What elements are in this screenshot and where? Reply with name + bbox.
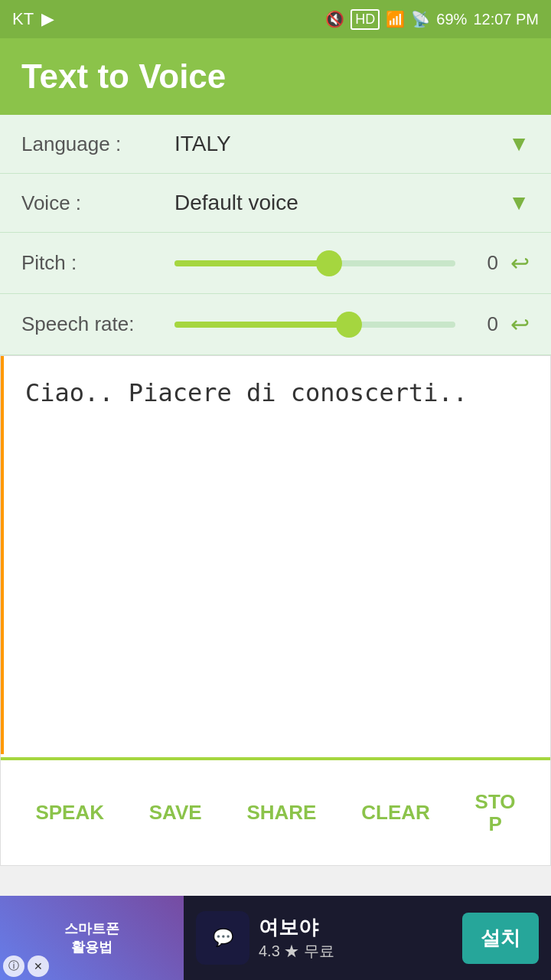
info-symbol: ⓘ bbox=[8, 959, 19, 973]
hd-badge: HD bbox=[350, 9, 380, 30]
battery-label: 69% bbox=[436, 11, 467, 28]
ad-info-icon[interactable]: ⓘ bbox=[3, 956, 24, 977]
speech-rate-slider-fill bbox=[174, 322, 349, 328]
status-bar: KT ▶ 🔇 HD 📶 📡 69% 12:07 PM bbox=[0, 0, 551, 38]
status-right: 🔇 HD 📶 📡 69% 12:07 PM bbox=[325, 9, 539, 30]
voice-label: Voice : bbox=[21, 191, 174, 215]
speech-rate-slider-track[interactable] bbox=[174, 322, 455, 328]
ad-rating: 4.3 ★ 무료 bbox=[259, 941, 334, 962]
stop-button[interactable]: STO P bbox=[466, 785, 525, 841]
speech-rate-label: Speech rate: bbox=[21, 312, 174, 336]
settings-panel: Language : ITALY ▼ Voice : Default voice… bbox=[0, 115, 551, 355]
pitch-slider-container: 0 bbox=[174, 251, 498, 275]
ad-middle: 💬 여보야 4.3 ★ 무료 bbox=[184, 911, 462, 965]
speech-rate-slider-thumb[interactable] bbox=[336, 312, 362, 338]
pitch-slider-fill bbox=[174, 260, 329, 266]
pitch-slider-track[interactable] bbox=[174, 260, 455, 266]
status-left: KT ▶ bbox=[12, 9, 54, 29]
app-header: Text to Voice bbox=[0, 38, 551, 115]
wifi-icon: 📶 bbox=[386, 10, 405, 28]
speech-rate-value: 0 bbox=[468, 312, 498, 336]
voice-value: Default voice bbox=[174, 191, 508, 215]
speak-button[interactable]: SPEAK bbox=[26, 795, 113, 831]
language-label: Language : bbox=[21, 132, 174, 156]
mute-icon: 🔇 bbox=[325, 10, 344, 28]
share-button[interactable]: SHARE bbox=[237, 795, 325, 831]
ad-text-block: 여보야 4.3 ★ 무료 bbox=[259, 914, 334, 962]
app-title: Text to Voice bbox=[21, 57, 226, 96]
pitch-row: Pitch : 0 ↩ bbox=[0, 233, 551, 294]
ad-install-button[interactable]: 설치 bbox=[462, 913, 539, 964]
stop-line1: STO bbox=[475, 791, 516, 813]
action-buttons: SPEAK SAVE SHARE CLEAR STO P bbox=[1, 760, 550, 865]
time-label: 12:07 PM bbox=[473, 11, 539, 28]
signal-icon: 📡 bbox=[411, 10, 430, 28]
pitch-slider-thumb[interactable] bbox=[316, 250, 342, 276]
text-area-section: Ciao.. Piacere di conoscerti.. SPEAK SAV… bbox=[0, 355, 551, 866]
voice-dropdown-icon[interactable]: ▼ bbox=[508, 191, 530, 215]
stop-line2: P bbox=[488, 813, 501, 835]
ad-close-icon[interactable]: ✕ bbox=[28, 956, 49, 977]
language-value: ITALY bbox=[174, 132, 508, 156]
ad-logo-icon: 💬 bbox=[213, 928, 233, 948]
text-input[interactable]: Ciao.. Piacere di conoscerti.. bbox=[1, 356, 550, 754]
speech-rate-reset-button[interactable]: ↩ bbox=[510, 311, 530, 338]
language-row[interactable]: Language : ITALY ▼ bbox=[0, 115, 551, 174]
ad-app-name: 여보야 bbox=[259, 914, 334, 941]
carrier-label: KT bbox=[12, 9, 34, 29]
ad-logo: 💬 bbox=[196, 911, 249, 965]
voice-row[interactable]: Voice : Default voice ▼ bbox=[0, 174, 551, 233]
pitch-label: Pitch : bbox=[21, 251, 174, 275]
close-symbol: ✕ bbox=[34, 960, 43, 972]
ad-image: 스마트폰활용법 ⓘ ✕ bbox=[0, 896, 184, 980]
save-button[interactable]: SAVE bbox=[140, 795, 211, 831]
ad-image-text: 스마트폰활용법 bbox=[61, 916, 122, 959]
language-dropdown-icon[interactable]: ▼ bbox=[508, 132, 530, 156]
speech-rate-row: Speech rate: 0 ↩ bbox=[0, 294, 551, 355]
play-icon: ▶ bbox=[41, 9, 54, 29]
pitch-reset-button[interactable]: ↩ bbox=[510, 250, 530, 276]
speech-rate-slider-container: 0 bbox=[174, 312, 498, 336]
pitch-value: 0 bbox=[468, 251, 498, 275]
ad-banner: 스마트폰활용법 ⓘ ✕ 💬 여보야 4.3 ★ 무료 설치 bbox=[0, 896, 551, 980]
clear-button[interactable]: CLEAR bbox=[352, 795, 439, 831]
